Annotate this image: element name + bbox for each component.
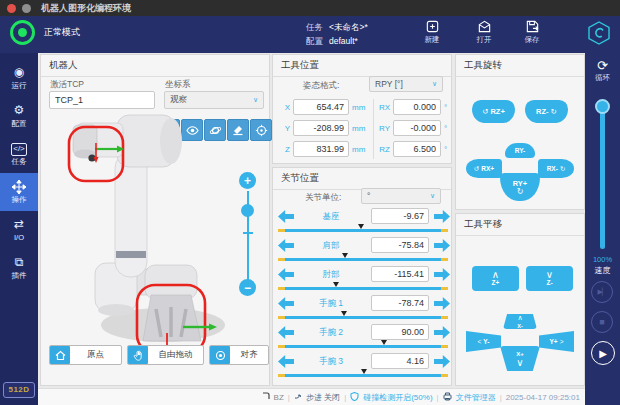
- sidebar-item-run[interactable]: ◉ 运行: [0, 59, 38, 97]
- step-arrow-icon: [294, 392, 302, 402]
- joint-value-input[interactable]: [371, 324, 429, 340]
- speed-slider-track[interactable]: [600, 101, 605, 249]
- speed-slider-handle[interactable]: [595, 99, 610, 114]
- close-button[interactable]: [7, 4, 16, 13]
- joint-label[interactable]: 手腕 1: [301, 298, 361, 310]
- jog-x-minus-button[interactable]: ∧X-: [503, 314, 537, 329]
- slider-marker[interactable]: [381, 340, 387, 345]
- step-forward-button[interactable]: ▶▏: [591, 281, 613, 303]
- sidebar-item-operate[interactable]: 操作: [0, 173, 38, 211]
- joint-decrease-button[interactable]: [278, 326, 294, 339]
- zoom-out-button[interactable]: −: [239, 279, 256, 296]
- jog-y-plus-button[interactable]: Y+>: [539, 331, 574, 352]
- zoom-slider-handle[interactable]: [241, 204, 254, 217]
- joint-decrease-button[interactable]: [278, 355, 294, 368]
- joint-unit-select[interactable]: ° ∨: [361, 188, 441, 204]
- loop-label: 循环: [585, 73, 620, 83]
- joint-decrease-button[interactable]: [278, 297, 294, 310]
- tcp-input[interactable]: [49, 91, 155, 109]
- slider-track[interactable]: [285, 316, 441, 319]
- jog-z-minus-button[interactable]: ∨Z-: [526, 266, 573, 291]
- new-task-button[interactable]: 新建: [414, 19, 450, 45]
- play-button[interactable]: ▶: [591, 341, 615, 365]
- joint-label[interactable]: 基座: [301, 211, 361, 223]
- chevron-down-icon: ∨: [253, 96, 258, 104]
- sidebar-item-task[interactable]: </> 任务: [0, 135, 38, 173]
- y-input[interactable]: [293, 120, 349, 136]
- joint-label[interactable]: 肘部: [301, 269, 361, 281]
- align-button[interactable]: 对齐: [209, 345, 269, 365]
- jog-rx-plus-button[interactable]: ↺RX+: [466, 159, 502, 178]
- free-drag-button[interactable]: 自由拖动: [127, 345, 204, 365]
- jog-z-plus-button[interactable]: ∧Z+: [472, 266, 519, 291]
- joint-slider[interactable]: [278, 345, 448, 348]
- slider-track[interactable]: [285, 374, 441, 377]
- sidebar-item-io[interactable]: ⇄ I/O: [0, 211, 38, 249]
- slider-track[interactable]: [285, 229, 441, 232]
- joint-decrease-button[interactable]: [278, 239, 294, 252]
- file-manager-link[interactable]: 文件管理器: [456, 392, 496, 403]
- pose-format-select[interactable]: RPY [°] ∨: [369, 76, 443, 92]
- slider-marker[interactable]: [358, 224, 364, 229]
- jog-rz-plus-button[interactable]: ↺RZ+: [472, 100, 515, 123]
- jog-y-minus-button[interactable]: <Y-: [466, 331, 501, 352]
- joint-slider[interactable]: [278, 316, 448, 319]
- joint-increase-button[interactable]: [434, 355, 450, 368]
- step-status[interactable]: 步进 关闭: [306, 392, 340, 403]
- x-input[interactable]: [293, 99, 349, 115]
- slider-track[interactable]: [285, 287, 441, 290]
- slider-marker[interactable]: [333, 282, 339, 287]
- z-input[interactable]: [293, 141, 349, 157]
- joint-increase-button[interactable]: [434, 297, 450, 310]
- ry-input[interactable]: [393, 120, 441, 136]
- minimize-button[interactable]: [22, 4, 31, 13]
- home-button[interactable]: 原点: [49, 345, 122, 365]
- joint-decrease-button[interactable]: [278, 268, 294, 281]
- joint-label[interactable]: 手腕 2: [301, 327, 361, 339]
- joint-label[interactable]: 肩部: [301, 240, 361, 252]
- frame-label: 坐标系: [165, 79, 191, 91]
- save-button[interactable]: 保存: [514, 19, 550, 45]
- joint-value-input[interactable]: [371, 208, 429, 224]
- joint-increase-button[interactable]: [434, 268, 450, 281]
- joint-slider[interactable]: [278, 287, 448, 290]
- open-button[interactable]: 打开: [466, 19, 502, 45]
- collision-status[interactable]: 碰撞检测开启(50%): [363, 392, 432, 403]
- chevron-right-icon: >: [560, 338, 564, 345]
- slider-marker[interactable]: [342, 253, 348, 258]
- joint-value-input[interactable]: [371, 295, 429, 311]
- joint-decrease-button[interactable]: [278, 210, 294, 223]
- robot-3d-view[interactable]: [43, 113, 269, 357]
- joint-slider[interactable]: [278, 374, 448, 377]
- loop-button[interactable]: ⟳ 循环: [585, 59, 620, 83]
- joint-increase-button[interactable]: [434, 239, 450, 252]
- save-icon: [525, 19, 540, 34]
- joint-label[interactable]: 手腕 3: [301, 356, 361, 368]
- axis-label: RZ: [377, 145, 390, 154]
- rz-input[interactable]: [393, 141, 441, 157]
- sidebar-item-label: 插件: [12, 271, 27, 281]
- sidebar-item-plugin[interactable]: ⧉ 插件: [0, 249, 38, 287]
- frame-select[interactable]: 观察 ∨: [164, 91, 264, 109]
- rx-input[interactable]: [393, 99, 441, 115]
- stop-button[interactable]: ■: [591, 311, 613, 333]
- jog-ry-minus-button[interactable]: RY-: [505, 143, 535, 158]
- slider-marker[interactable]: [341, 311, 347, 316]
- jog-ry-plus-button[interactable]: RY+↻: [500, 173, 540, 201]
- zoom-in-button[interactable]: +: [239, 172, 256, 189]
- joint-value-input[interactable]: [371, 266, 429, 282]
- slider-track[interactable]: [285, 345, 441, 348]
- joint-slider[interactable]: [278, 229, 448, 232]
- joint-increase-button[interactable]: [434, 326, 450, 339]
- jog-rz-minus-button[interactable]: RZ-↻: [525, 100, 568, 123]
- joint-value-input[interactable]: [371, 237, 429, 253]
- joint-increase-button[interactable]: [434, 210, 450, 223]
- sidebar-item-config[interactable]: ⚙ 配置: [0, 97, 38, 135]
- jog-x-plus-button[interactable]: X+∨: [500, 346, 540, 371]
- slider-marker[interactable]: [361, 369, 367, 374]
- jog-rx-minus-button[interactable]: RX-↻: [538, 159, 574, 178]
- joint-slider[interactable]: [278, 258, 448, 261]
- tool-pos-row-x: X mm: [277, 99, 365, 115]
- joint-value-input[interactable]: [371, 353, 429, 369]
- slider-track[interactable]: [285, 258, 441, 261]
